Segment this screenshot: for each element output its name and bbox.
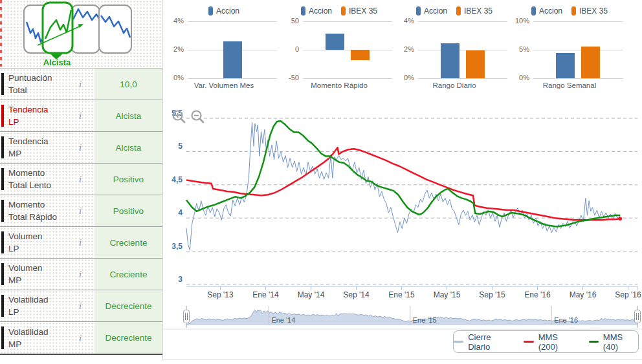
row-accent-bar — [1, 327, 4, 349]
bar-ibex35 — [466, 50, 485, 78]
legend-label: Cierre Diario — [468, 332, 513, 352]
indicator-label-line: Volumen — [8, 262, 43, 274]
y-axis-label: 5 — [178, 142, 183, 151]
indicator-label-line: Total — [8, 84, 52, 96]
mini-chart-plot: 500-50 — [282, 21, 396, 78]
legend-item[interactable]: Accion — [208, 6, 239, 16]
legend-label: IBEX 35 — [464, 6, 493, 16]
info-icon[interactable]: i — [74, 206, 87, 217]
info-icon[interactable]: i — [74, 79, 87, 90]
mini-chart-plot: 4%2%0% — [167, 21, 281, 78]
y-axis-tick-label: 2% — [167, 45, 184, 53]
magnifier-minus-icon — [190, 109, 206, 125]
legend-item[interactable]: Cierre Diario — [454, 332, 513, 352]
indicator-label: TendenciaMP — [8, 135, 49, 160]
info-icon[interactable]: i — [74, 142, 87, 153]
mini-chart-title: Rango Semanal — [513, 81, 626, 89]
series-end-marker — [618, 217, 622, 220]
legend-swatch — [341, 6, 346, 16]
info-icon[interactable]: i — [74, 301, 87, 312]
gridline — [303, 50, 392, 50]
legend-item[interactable]: Accion — [531, 6, 562, 16]
mini-chart-title: Var. Volumen Mes — [167, 81, 281, 89]
legend-swatch — [416, 6, 421, 16]
indicator-label-line: LP — [8, 306, 49, 318]
y-axis-tick-label: 10% — [513, 17, 529, 25]
gridline — [418, 78, 507, 79]
indicator-label-line: Total Lento — [8, 179, 51, 191]
indicator-label: MomentoTotal Rápido — [8, 198, 57, 223]
indicator-label-line: LP — [8, 116, 49, 128]
trend-state-label: Alcista — [25, 58, 89, 67]
y-axis-tick-label: 5% — [513, 45, 529, 53]
legend-item[interactable]: MMS (200) — [524, 332, 577, 352]
magnifier-plus-icon — [171, 109, 188, 125]
legend-swatch — [208, 6, 213, 16]
x-axis-label: Ene '14 — [252, 290, 279, 299]
x-axis-label: Ene '16 — [524, 290, 551, 299]
gridline — [533, 21, 623, 22]
gridline — [418, 21, 507, 22]
x-axis-label: Sep '13 — [207, 290, 234, 299]
legend-label: IBEX 35 — [579, 6, 608, 16]
uptrend-card-icon-selected — [43, 3, 72, 59]
stock-analysis-dashboard: Alcista PuntuaciónTotali10,0TendenciaLPi… — [0, 0, 642, 364]
x-axis-label: May '16 — [570, 290, 597, 299]
gridline — [418, 50, 507, 50]
info-icon[interactable]: i — [74, 332, 87, 343]
indicator-label-line: MP — [8, 147, 49, 160]
indicator-label: VolatilidadMP — [8, 326, 49, 350]
x-axis-label: Sep '15 — [479, 290, 505, 299]
info-icon[interactable]: i — [74, 111, 87, 122]
zoom-in-button[interactable] — [171, 109, 188, 125]
gridline — [188, 21, 277, 22]
score-table: PuntuaciónTotali10,0TendenciaLPiAlcistaT… — [0, 68, 162, 355]
legend-label: MMS (40) — [603, 332, 638, 352]
mini-chart-legend: AccionIBEX 35 — [513, 6, 626, 16]
bar-accion — [556, 53, 575, 78]
legend-item[interactable]: IBEX 35 — [341, 6, 377, 16]
legend-swatch — [571, 6, 576, 16]
row-accent-bar — [1, 231, 4, 253]
gridline — [303, 78, 392, 79]
bar-accion — [326, 34, 344, 50]
indicator-label-line: Momento — [8, 167, 51, 179]
info-icon[interactable]: i — [74, 174, 87, 185]
info-icon[interactable]: i — [74, 237, 87, 248]
price-chart[interactable]: 5,554,543,53Sep '13Ene '14May '14Sep '14… — [163, 103, 642, 300]
indicator-row: MomentoTotal RápidoiPositivo — [0, 195, 162, 227]
row-accent-bar — [1, 136, 4, 158]
zoom-out-button[interactable] — [190, 109, 206, 125]
mini-chart-title: Momento Rápido — [282, 81, 396, 89]
legend-item[interactable]: IBEX 35 — [456, 6, 493, 16]
row-accent-bar — [1, 168, 4, 190]
y-axis-label: 4 — [178, 208, 183, 217]
indicator-row: TendenciaMPiAlcista — [0, 132, 162, 164]
indicator-label-line: Tendencia — [8, 103, 49, 116]
series-cierre-diario — [186, 122, 620, 250]
bar-accion — [223, 41, 242, 78]
legend-item[interactable]: MMS (40) — [589, 332, 638, 352]
mini-chart: AccionIBEX 35500-50Momento Rápido — [282, 1, 396, 94]
mini-chart-legend: Accion — [167, 6, 281, 16]
legend-swatch — [454, 341, 463, 343]
indicator-row: VolumenLPiCreciente — [0, 227, 162, 259]
legend-item[interactable]: IBEX 35 — [571, 6, 608, 16]
legend-label: IBEX 35 — [349, 6, 377, 16]
row-accent-bar — [1, 200, 4, 222]
legend-item[interactable]: Accion — [301, 6, 332, 16]
x-axis-label: Sep '14 — [343, 290, 370, 299]
y-axis-tick-label: 0% — [397, 74, 414, 81]
legend-item[interactable]: Accion — [416, 6, 447, 16]
y-axis-tick-label: 0% — [167, 74, 184, 81]
row-accent-bar — [1, 295, 4, 317]
info-icon[interactable]: i — [74, 269, 87, 280]
x-axis-label: May '14 — [298, 290, 325, 299]
y-axis-label: 3,5 — [172, 242, 183, 251]
indicator-label-line: Volatilidad — [8, 326, 49, 338]
indicator-value: Decreciente — [94, 322, 162, 354]
y-axis-tick-label: 50 — [282, 17, 299, 25]
indicator-label-line: Volatilidad — [8, 294, 49, 306]
range-navigator: Ene '14Ene '15Ene '16 — [163, 304, 642, 331]
indicator-label-line: MP — [8, 338, 49, 350]
